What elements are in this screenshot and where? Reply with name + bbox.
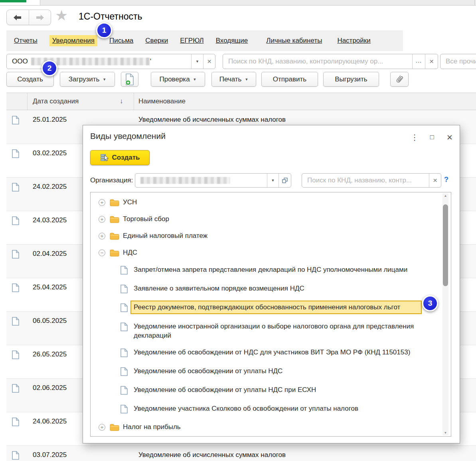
dialog-organization-combobox[interactable]: ▼ [135, 173, 291, 188]
tab-reconciliations[interactable]: Сверки [145, 37, 168, 45]
column-separator [27, 93, 28, 110]
expand-icon[interactable]: + [99, 424, 105, 431]
tab-notifications[interactable]: Уведомления [49, 35, 97, 46]
tree-item[interactable]: Уведомление об освобождении от уплаты НД… [96, 362, 451, 381]
tree-folder[interactable]: +УСН [96, 194, 451, 211]
app-chrome-strip [0, 0, 476, 6]
dialog-menu-button[interactable]: ⋮ [409, 132, 420, 142]
close-icon: ✕ [429, 58, 434, 65]
table-row[interactable]: 03.07.2025Уведомление об исчисленных сум… [6, 446, 476, 461]
close-icon: ✕ [433, 177, 438, 184]
new-document-button[interactable] [121, 72, 138, 87]
app-window: { "app": { "title": "1С-Отчетность", "ta… [0, 0, 476, 461]
dialog-search-clear-button[interactable]: ✕ [429, 174, 441, 187]
favorite-star-icon[interactable]: ★ [55, 8, 68, 24]
tree-folder[interactable]: −НДС [96, 244, 451, 261]
document-icon [12, 183, 19, 192]
tab-settings[interactable]: Настройки [337, 37, 370, 45]
chevron-down-icon: ▼ [103, 77, 106, 81]
dialog-organization-label: Организация: [90, 176, 133, 184]
tree-item[interactable]: Заявление о заявительном порядке возмеще… [96, 280, 451, 299]
column-header-name[interactable]: Наименование [138, 97, 186, 105]
tree-folder-label: Единый налоговый платеж [123, 232, 207, 240]
back-button[interactable] [7, 10, 29, 25]
expand-icon[interactable]: + [99, 199, 105, 206]
document-icon [12, 149, 19, 158]
print-button[interactable]: Печать▼ [211, 72, 256, 87]
step-badge-2: 2 [41, 60, 57, 76]
document-icon [12, 451, 19, 460]
expand-icon[interactable]: + [99, 216, 105, 223]
document-icon [12, 250, 19, 259]
scroll-down-icon[interactable]: ▼ [442, 431, 448, 435]
organization-filter-combobox[interactable]: ООО ' ▼ ✕ [6, 54, 215, 69]
document-icon [120, 348, 128, 357]
tree-item[interactable]: Уведомление участника Сколково об освобо… [96, 400, 451, 419]
column-header-date[interactable]: Дата создания [33, 97, 79, 105]
tree-folder[interactable]: +Единый налоговый платеж [96, 228, 451, 244]
row-date: 24.06.2025 [33, 417, 67, 425]
search-more-button[interactable]: ... [412, 54, 425, 69]
organization-filter-dropdown-button[interactable]: ▼ [191, 54, 203, 69]
tree-folder-label: Налог на прибыль [123, 423, 181, 431]
maximize-icon: □ [430, 133, 434, 141]
row-date: 06.05.2025 [33, 317, 67, 325]
tab-egrul[interactable]: ЕГРЮЛ [180, 37, 203, 45]
row-date: 24.03.2025 [33, 216, 67, 224]
tree-item-highlighted[interactable]: Реестр документов, подтверждающих обосно… [96, 299, 451, 318]
tree-folder[interactable]: +Торговый сбор [96, 211, 451, 228]
export-button[interactable]: Выгрузить [323, 72, 379, 87]
forward-arrow-icon [36, 14, 44, 21]
new-document-icon [125, 73, 134, 85]
attachment-button[interactable] [390, 72, 409, 87]
load-button[interactable]: Загрузить▼ [60, 72, 115, 87]
tree-item-label: Уведомление об освобождении от НДС для у… [134, 348, 421, 357]
forward-button[interactable] [29, 10, 51, 25]
category-filter-value: Все прочие [446, 57, 476, 65]
tree-item[interactable]: Уведомление об освобождении от уплаты НД… [96, 381, 451, 400]
tree-item-label: Уведомление об освобождении от уплаты НД… [134, 366, 421, 376]
dialog-search-placeholder: Поиск по КНД, названию, контр... [307, 176, 412, 184]
dialog-create-button[interactable]: Создать [90, 150, 150, 165]
search-input[interactable]: Поиск по КНД, названию, контролирующему … [223, 54, 438, 69]
dialog-organization-dropdown-button[interactable]: ▼ [267, 174, 278, 187]
dialog-maximize-button[interactable]: □ [427, 132, 437, 142]
tab-personal-accounts[interactable]: Личные кабинеты [266, 37, 322, 45]
scrollbar-thumb[interactable] [443, 204, 448, 286]
document-icon [120, 405, 128, 414]
chevron-down-icon: ▼ [196, 59, 199, 63]
tab-reports[interactable]: Отчеты [14, 37, 38, 45]
tab-inbox[interactable]: Входящие [216, 37, 248, 45]
tree-item[interactable]: Уведомление об освобождении от НДС для у… [96, 344, 451, 362]
tree-item[interactable]: Запрет/отмена запрета представления декл… [96, 261, 451, 280]
chrome-divider [474, 0, 475, 5]
expand-icon[interactable]: + [99, 233, 105, 239]
tree-folder-label: Торговый сбор [123, 215, 169, 223]
row-date: 03.07.2025 [33, 451, 67, 459]
document-icon [12, 350, 19, 359]
collapse-icon[interactable]: − [99, 249, 105, 256]
tree-item-label: Уведомление иностранной организации о вы… [134, 322, 421, 340]
search-clear-button[interactable]: ✕ [425, 54, 438, 69]
dialog-organization-open-button[interactable] [278, 174, 291, 187]
organization-filter-clear-button[interactable]: ✕ [203, 54, 215, 69]
check-button[interactable]: Проверка▼ [151, 72, 205, 87]
dialog-search-input[interactable]: Поиск по КНД, названию, контр... ✕ [302, 173, 441, 188]
sort-descending-icon[interactable]: ↓ [120, 97, 123, 105]
tree-item-label: Запрет/отмена запрета представления декл… [134, 265, 421, 274]
send-button[interactable]: Отправить [261, 72, 318, 87]
page-title: 1С-Отчетность [79, 11, 142, 22]
dialog-close-button[interactable]: ✕ [444, 132, 455, 142]
column-separator [134, 93, 134, 110]
tab-letters[interactable]: Письма [109, 37, 133, 45]
category-filter-input[interactable]: Все прочие [440, 54, 476, 69]
scroll-up-icon[interactable]: ▲ [442, 194, 448, 198]
notification-types-tree: +УСН+Торговый сбор+Единый налоговый плат… [90, 192, 451, 437]
tree-folder[interactable]: +Налог на прибыль [96, 419, 451, 435]
help-link[interactable]: ? [444, 176, 448, 184]
tree-item[interactable]: Уведомление иностранной организации о вы… [96, 318, 451, 344]
organization-filter-value: ООО ' [7, 57, 151, 65]
vertical-scrollbar[interactable]: ▲ ▼ [442, 193, 448, 435]
document-icon [12, 283, 19, 292]
search-placeholder: Поиск по КНД, названию, контролирующему … [228, 57, 383, 65]
